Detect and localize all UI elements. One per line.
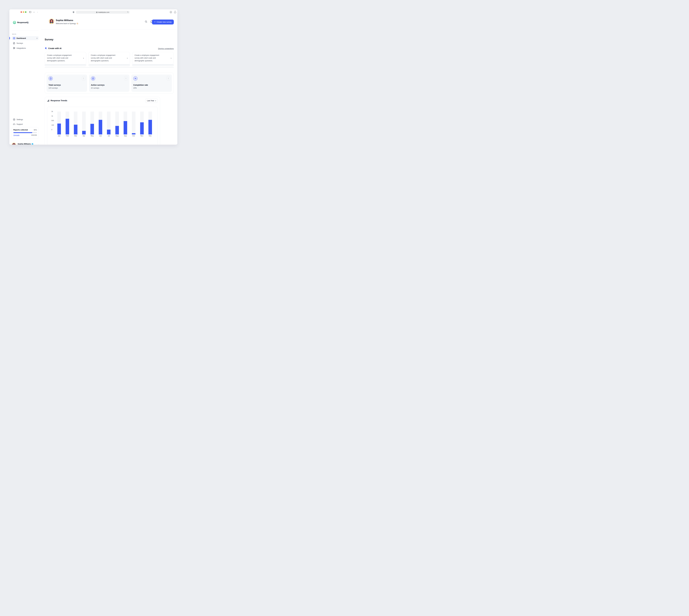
bar-jun bbox=[99, 112, 102, 134]
x-tick-label: Aug bbox=[115, 135, 119, 137]
sidebar-item-support[interactable]: Support bbox=[12, 122, 39, 126]
bar-aug bbox=[115, 112, 119, 134]
sidebar-toggle-icon[interactable] bbox=[29, 11, 31, 13]
sidebar-item-integrations[interactable]: Integrations bbox=[12, 46, 39, 50]
active-item-accent bbox=[9, 37, 10, 39]
sidebar-section-label: MAIN bbox=[12, 34, 16, 35]
stats-container: ⋮ Total surveys 123 surveys ⋮ Active sur… bbox=[45, 72, 174, 94]
sidebar-item-label: Settings bbox=[17, 118, 23, 120]
chart-header: Response Trends bbox=[47, 100, 67, 102]
usage-progress-fill bbox=[13, 132, 32, 133]
chart-plot-area: JanFebMarAprMayJunJulAugSepOctNovDec 2k1… bbox=[47, 107, 158, 145]
responseiq-logo-icon bbox=[13, 21, 16, 24]
x-tick-label: Feb bbox=[66, 135, 69, 137]
upgrade-link[interactable]: Upgrade bbox=[13, 134, 19, 136]
downloads-icon[interactable] bbox=[170, 11, 172, 13]
sidebar-item-label: Dashboard bbox=[17, 37, 26, 39]
bar-apr bbox=[82, 112, 86, 134]
create-new-survey-button[interactable]: + Create new survey bbox=[152, 20, 174, 24]
bar-jan bbox=[57, 112, 61, 134]
reports-usage-card: Reports collected 80% Upgrade 200/265 bbox=[12, 127, 39, 139]
stat-value: 123 surveys bbox=[48, 87, 85, 89]
usage-percent: 80% bbox=[34, 129, 37, 131]
sidebar-item-dashboard[interactable]: Dashboard › bbox=[12, 36, 39, 40]
share-icon[interactable] bbox=[174, 11, 176, 13]
stat-title: Active surveys bbox=[91, 84, 128, 86]
welcome-message: Welcome back to Synergy 👋🏻 bbox=[56, 22, 79, 24]
sidebar-user-row[interactable]: Sophia Williams sophia@alignui.com › bbox=[12, 142, 39, 145]
chevron-down-icon: ▾ bbox=[155, 100, 156, 102]
verified-badge-icon bbox=[31, 143, 33, 145]
plus-icon: + bbox=[154, 21, 155, 23]
y-tick-label: 1k bbox=[51, 115, 53, 117]
bar-feb bbox=[66, 112, 69, 134]
chevron-right-icon: › bbox=[37, 37, 37, 39]
x-tick-label: Sep bbox=[124, 135, 127, 137]
x-tick-label: Dec bbox=[148, 135, 152, 137]
address-bar[interactable]: madebyduo.com ↻ bbox=[76, 11, 130, 14]
reload-icon[interactable]: ↻ bbox=[127, 11, 129, 13]
x-tick-label: May bbox=[90, 135, 94, 137]
shield-icon[interactable] bbox=[73, 11, 74, 13]
x-tick-label: Nov bbox=[140, 135, 144, 137]
survey-file-icon bbox=[13, 42, 15, 44]
stat-title: Completion rate bbox=[133, 84, 170, 86]
bar-sep bbox=[124, 112, 127, 134]
create-with-ai-heading: Create with AI bbox=[45, 47, 62, 49]
page-header: Sophia Williams Welcome back to Synergy … bbox=[41, 15, 177, 29]
time-range-dropdown[interactable]: Last Year ▾ bbox=[145, 98, 158, 103]
url-text: madebyduo.com bbox=[98, 12, 109, 13]
suggestion-text: Create a employee engagement survey with… bbox=[91, 54, 120, 62]
sliders-icon bbox=[13, 47, 15, 49]
search-icon[interactable] bbox=[145, 20, 147, 23]
y-tick-label: 100 bbox=[51, 124, 54, 126]
response-trends-card: Response Trends Last Year ▾ JanFebMarApr… bbox=[45, 97, 160, 145]
chart-title: Response Trends bbox=[50, 100, 67, 102]
chevron-right-icon: › bbox=[38, 144, 39, 145]
forward-button[interactable]: › bbox=[37, 11, 38, 13]
sidebar-item-settings[interactable]: Settings bbox=[12, 117, 39, 122]
user-name: Sophia Williams bbox=[18, 143, 31, 145]
sidebar-divider bbox=[12, 30, 39, 31]
x-tick-label: Oct bbox=[132, 135, 135, 137]
ai-suggestion-card[interactable]: Create a employee engagement survey with… bbox=[45, 52, 86, 64]
y-tick-label: 0 bbox=[51, 129, 52, 130]
ai-suggestion-card[interactable]: Create a employee engagement survey with… bbox=[88, 52, 130, 64]
chart-bars bbox=[57, 112, 152, 134]
bar-mar bbox=[74, 112, 78, 134]
usage-count: 200/265 bbox=[31, 134, 37, 136]
sidebar-item-surveys[interactable]: Surveys bbox=[12, 41, 39, 45]
sidebar-item-label: Surveys bbox=[17, 42, 23, 44]
page-title: Survey bbox=[45, 38, 53, 41]
zoom-window-button[interactable] bbox=[25, 11, 26, 13]
gear-icon bbox=[13, 118, 15, 120]
time-range-value: Last Year bbox=[147, 100, 154, 102]
document-lines-icon bbox=[91, 76, 95, 81]
avatar bbox=[12, 142, 16, 145]
avatar bbox=[49, 19, 54, 24]
close-window-button[interactable] bbox=[21, 11, 22, 13]
create-new-survey-label: Create new survey bbox=[157, 21, 172, 23]
back-button[interactable]: ‹ bbox=[34, 11, 35, 13]
minimize-window-button[interactable] bbox=[23, 11, 24, 13]
chevron-right-icon: › bbox=[171, 57, 171, 59]
kebab-menu-button[interactable]: ⋮ bbox=[82, 76, 85, 81]
kebab-menu-button[interactable]: ⋮ bbox=[167, 76, 170, 81]
bar-nov bbox=[140, 112, 144, 134]
stat-card-completion-rate: % ⋮ Completion rate 23% bbox=[131, 74, 172, 92]
chevron-right-icon: › bbox=[127, 57, 128, 59]
dismiss-suggestions-link[interactable]: Dismiss suggestions bbox=[158, 48, 174, 50]
x-tick-label: Jun bbox=[99, 135, 102, 137]
suggestion-text: Create a employee engagement survey with… bbox=[47, 54, 76, 62]
header-user-name: Sophia Williams bbox=[56, 19, 73, 22]
ai-suggestion-card[interactable]: Create a employee engagement survey with… bbox=[132, 52, 174, 64]
y-tick-label: 500 bbox=[51, 120, 54, 122]
kebab-menu-button[interactable]: ⋮ bbox=[124, 76, 128, 81]
bar-oct bbox=[132, 112, 135, 134]
chart-x-axis: JanFebMarAprMayJunJulAugSepOctNovDec bbox=[57, 135, 152, 137]
usage-title: Reports collected bbox=[13, 129, 28, 131]
brand: ResponseIQ bbox=[13, 21, 28, 24]
y-tick-label: 2k bbox=[51, 111, 53, 112]
stat-value: 23% bbox=[133, 87, 170, 89]
ai-sparkle-icon bbox=[45, 47, 47, 49]
